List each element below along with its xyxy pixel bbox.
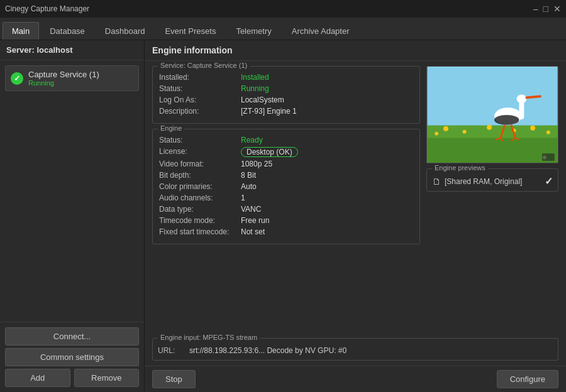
engine-datatype-label: Data type: — [159, 205, 241, 214]
ei-url-row: URL: srt://88.198.225.93:6... Decode by … — [158, 345, 553, 356]
server-item-status: Running — [28, 79, 99, 87]
sidebar-footer: Connect... Common settings Add Remove — [0, 322, 144, 392]
tab-archive-adapter[interactable]: Archive Adapter — [282, 22, 359, 40]
shared-ram-icon: 🗋 — [432, 177, 441, 187]
engine-fixedtimecode-value: Not set — [241, 227, 265, 236]
engine-bitdepth-row: Bit depth: 8 Bit — [159, 170, 413, 181]
tab-bar: Main Database Dashboard Event Presets Te… — [0, 18, 566, 40]
ei-url-value: srt://88.198.225.93:6... Decode by NV GP… — [189, 346, 347, 355]
close-button[interactable]: ✕ — [553, 4, 561, 14]
content-header: Engine information — [145, 40, 566, 61]
server-item-name: Capture Service (1) — [28, 70, 99, 79]
svg-point-12 — [516, 94, 526, 103]
svg-rect-11 — [519, 101, 524, 119]
preview-panel: ⊞ Engine previews 🗋 [Shared RAM, Origina… — [426, 66, 558, 332]
svg-point-9 — [435, 132, 438, 136]
main-layout: Server: localhost ✓ Capture Service (1) … — [0, 40, 566, 392]
engine-panel-legend: Engine — [158, 124, 184, 132]
service-info-table: Installed: Installed Status: Running Log… — [158, 69, 414, 119]
info-row-logon: Log On As: LocalSystem — [159, 94, 413, 106]
preview-image: ⊞ — [426, 66, 558, 163]
add-button[interactable]: Add — [5, 369, 70, 387]
ep-label: [Shared RAM, Original] — [445, 177, 541, 186]
stop-button[interactable]: Stop — [152, 370, 196, 388]
engine-videoformat-value: 1080p 25 — [241, 160, 272, 168]
installed-label: Installed: — [159, 73, 241, 82]
engine-panel: Engine Status: Ready License: Desktop (O… — [152, 129, 420, 244]
content-body: Service: Capture Service (1) Installed: … — [145, 61, 566, 366]
engine-panels: Service: Capture Service (1) Installed: … — [152, 66, 420, 332]
sidebar-content: ✓ Capture Service (1) Running — [0, 60, 144, 322]
service-panel-legend: Service: Capture Service (1) — [158, 62, 250, 69]
service-panel: Service: Capture Service (1) Installed: … — [152, 66, 420, 124]
engine-datatype-value: VANC — [241, 205, 261, 214]
svg-point-14 — [494, 115, 519, 125]
svg-point-4 — [463, 130, 467, 134]
engine-previews-panel: Engine previews 🗋 [Shared RAM, Original]… — [426, 168, 558, 192]
engine-bitdepth-label: Bit depth: — [159, 171, 241, 180]
engine-previews-legend: Engine previews — [432, 164, 488, 172]
engine-input-panel: Engine input: MPEG-TS stream URL: srt://… — [152, 338, 558, 361]
engine-bitdepth-value: 8 Bit — [241, 171, 256, 180]
ei-url-label: URL: — [158, 346, 189, 355]
server-item-text: Capture Service (1) Running — [28, 70, 99, 87]
engine-fixedtimecode-row: Fixed start timecode: Not set — [159, 226, 413, 237]
title-bar: Cinegy Capture Manager – □ ✕ — [0, 0, 566, 18]
svg-point-7 — [530, 126, 535, 131]
tab-telemetry[interactable]: Telemetry — [226, 22, 280, 40]
remove-button[interactable]: Remove — [74, 369, 140, 387]
svg-point-3 — [443, 126, 448, 131]
info-row-status: Status: Running — [159, 83, 413, 94]
engine-audiochannels-label: Audio channels: — [159, 193, 241, 202]
svg-point-5 — [487, 125, 492, 130]
engine-datatype-row: Data type: VANC — [159, 204, 413, 215]
app-name: Cinegy Capture Manager — [5, 4, 89, 13]
connect-button[interactable]: Connect... — [5, 327, 139, 346]
svg-line-13 — [526, 96, 540, 97]
engine-videoformat-label: Video format: — [159, 160, 241, 168]
info-row-description: Description: [ZT-93] Engine 1 — [159, 106, 413, 117]
status-label: Status: — [159, 84, 241, 93]
engine-info-table: Status: Ready License: Desktop (OK) Vide… — [158, 132, 414, 240]
engine-license-label: License: — [159, 147, 241, 157]
engine-status-row: Status: Ready — [159, 134, 413, 146]
engine-fixedtimecode-label: Fixed start timecode: — [159, 227, 241, 236]
server-item[interactable]: ✓ Capture Service (1) Running — [5, 65, 139, 91]
ep-item: 🗋 [Shared RAM, Original] ✓ — [432, 175, 553, 187]
engine-timecodemode-row: Timecode mode: Free run — [159, 215, 413, 226]
engine-license-row: License: Desktop (OK) — [159, 146, 413, 158]
engine-license-value: Desktop (OK) — [241, 147, 298, 157]
minimize-button[interactable]: – — [533, 4, 538, 14]
tab-main[interactable]: Main — [3, 22, 39, 40]
top-row: Service: Capture Service (1) Installed: … — [152, 66, 558, 332]
engine-videoformat-row: Video format: 1080p 25 — [159, 158, 413, 170]
configure-button[interactable]: Configure — [497, 370, 558, 388]
common-settings-button[interactable]: Common settings — [5, 348, 139, 366]
installed-value: Installed — [241, 73, 269, 82]
engine-timecodemode-value: Free run — [241, 216, 269, 225]
engine-input-legend: Engine input: MPEG-TS stream — [158, 334, 260, 341]
maximize-button[interactable]: □ — [543, 4, 548, 14]
ep-checkmark: ✓ — [545, 175, 553, 187]
engine-timecodemode-label: Timecode mode: — [159, 216, 241, 225]
svg-point-8 — [547, 131, 550, 134]
logon-value: LocalSystem — [241, 95, 284, 104]
sidebar-header: Server: localhost — [0, 40, 144, 60]
status-value: Running — [241, 84, 269, 93]
engine-colorprimaries-row: Color primaries: Auto — [159, 181, 413, 192]
footer-bar: Stop Configure — [145, 366, 566, 392]
engine-audiochannels-value: 1 — [241, 193, 245, 202]
logon-label: Log On As: — [159, 95, 241, 104]
content-area: Engine information Service: Capture Serv… — [145, 40, 566, 392]
window-controls[interactable]: – □ ✕ — [533, 4, 561, 14]
server-status-icon: ✓ — [11, 72, 23, 85]
tab-event-presets[interactable]: Event Presets — [155, 22, 225, 40]
add-remove-row: Add Remove — [5, 369, 139, 387]
tab-database[interactable]: Database — [40, 22, 94, 40]
info-row-installed: Installed: Installed — [159, 72, 413, 83]
sidebar: Server: localhost ✓ Capture Service (1) … — [0, 40, 145, 392]
engine-colorprimaries-value: Auto — [241, 182, 257, 191]
tab-dashboard[interactable]: Dashboard — [96, 22, 155, 40]
engine-status-label: Status: — [159, 136, 241, 144]
engine-status-value: Ready — [241, 136, 263, 144]
